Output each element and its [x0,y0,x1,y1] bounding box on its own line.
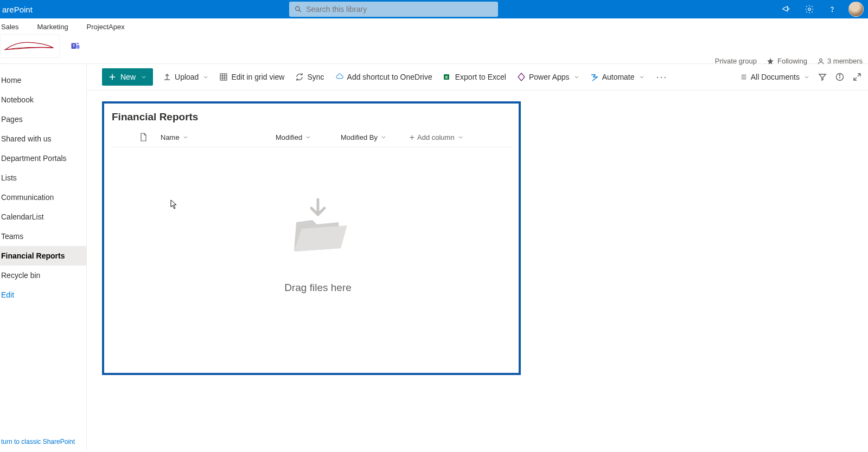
app-header: arePoint [0,0,868,18]
help-icon[interactable] [826,3,839,16]
nav-home[interactable]: Home [0,70,86,90]
command-right: All Documents [740,73,861,81]
header-right [780,2,868,17]
edit-grid-button[interactable]: Edit in grid view [218,70,285,83]
left-nav: Home Notebook Pages Shared with us Depar… [0,64,87,450]
chevron-down-icon [305,134,311,140]
chevron-down-icon [203,74,208,80]
brand-title: arePoint [0,5,33,14]
expand-icon[interactable] [853,73,861,81]
col-modifiedby-label: Modified By [341,133,378,141]
col-add-label: Add column [417,133,455,141]
global-nav-tabs: Sales Marketing ProjectApex [0,18,868,31]
new-label: New [120,73,136,81]
automate-button[interactable]: Automate [589,70,646,83]
col-type-icon[interactable] [136,133,151,141]
col-add[interactable]: Add column [409,133,463,141]
nav-tab-marketing[interactable]: Marketing [37,23,68,31]
library-body: Financial Reports Name Modified [87,91,868,386]
nav-tab-sales[interactable]: Sales [1,23,19,31]
user-avatar[interactable] [848,2,864,17]
nav-edit-link[interactable]: Edit [0,285,86,305]
plus-icon [108,73,116,81]
chevron-down-icon [574,74,579,80]
settings-icon[interactable] [803,3,816,16]
nav-financial-reports[interactable]: Financial Reports [0,246,86,266]
export-excel-button[interactable]: X Export to Excel [442,70,507,83]
upload-button[interactable]: Upload [162,70,209,83]
list-icon [740,73,748,81]
upload-icon [163,73,171,81]
main-wrap: Home Notebook Pages Shared with us Depar… [0,64,868,450]
powerapps-label: Power Apps [529,73,570,81]
new-button[interactable]: New [102,68,153,86]
content-area: New Upload Edit in grid view Sync Add sh… [87,64,868,450]
chevron-down-icon [804,74,809,80]
chevron-down-icon [381,134,386,140]
svg-text:X: X [445,75,448,80]
grid-label: Edit in grid view [231,73,284,81]
command-bar: New Upload Edit in grid view Sync Add sh… [87,64,868,91]
plus-icon [409,134,415,140]
col-name-label: Name [161,133,180,141]
nav-lists[interactable]: Lists [0,168,86,188]
chevron-down-icon [183,134,188,140]
svg-point-7 [820,59,822,61]
chevron-down-icon [639,74,644,80]
excel-icon: X [443,73,452,81]
nav-communication[interactable]: Communication [0,188,86,207]
sync-button[interactable]: Sync [294,70,325,83]
view-selector[interactable]: All Documents [740,73,809,81]
filter-icon[interactable] [818,73,827,81]
col-name[interactable]: Name [151,133,276,141]
onedrive-icon [335,73,344,81]
upload-label: Upload [175,73,199,81]
sync-label: Sync [307,73,324,81]
col-modified[interactable]: Modified [276,133,341,141]
library-title: Financial Reports [112,111,511,123]
search-icon [295,5,302,13]
megaphone-icon[interactable] [780,3,793,16]
chevron-down-icon [458,134,463,140]
file-icon [139,133,147,141]
svg-point-2 [808,8,811,11]
view-label: All Documents [751,73,800,81]
svg-line-1 [299,10,301,12]
svg-rect-8 [220,74,227,80]
svg-point-20 [839,75,840,75]
powerapps-icon [517,73,526,81]
svg-point-0 [296,7,299,10]
export-label: Export to Excel [455,73,506,81]
col-modified-by[interactable]: Modified By [341,133,409,141]
info-icon[interactable] [835,73,844,81]
search-input[interactable] [306,5,493,14]
svg-point-6 [77,43,79,44]
nav-notebook[interactable]: Notebook [0,90,86,109]
columns-row: Name Modified Modified By Add column [112,133,511,147]
teams-icon[interactable]: T [71,41,81,51]
nav-calendarlist[interactable]: CalendarList [0,207,86,227]
col-modified-label: Modified [276,133,302,141]
site-header-row: T Private group Following 3 members [0,31,868,64]
search-box[interactable] [289,2,498,17]
more-button[interactable]: ··· [654,72,670,83]
nav-shared[interactable]: Shared with us [0,129,86,148]
chevron-down-icon [141,74,146,80]
nav-pages[interactable]: Pages [0,109,86,129]
shortcut-button[interactable]: Add shortcut to OneDrive [334,70,433,83]
automate-icon [590,73,599,81]
nav-tab-projectapex[interactable]: ProjectApex [87,23,125,31]
nav-department[interactable]: Department Portals [0,148,86,168]
grid-icon [219,73,228,81]
automate-label: Automate [602,73,635,81]
sync-icon [295,73,304,81]
shortcut-label: Add shortcut to OneDrive [347,73,432,81]
empty-state: Drag files here [237,147,399,294]
site-logo[interactable] [0,34,60,58]
empty-text: Drag files here [284,282,352,294]
nav-recycle-bin[interactable]: Recycle bin [0,266,86,285]
svg-point-3 [832,11,832,11]
nav-teams[interactable]: Teams [0,227,86,246]
nav-classic-link[interactable]: turn to classic SharePoint [0,434,86,450]
powerapps-button[interactable]: Power Apps [516,70,580,83]
